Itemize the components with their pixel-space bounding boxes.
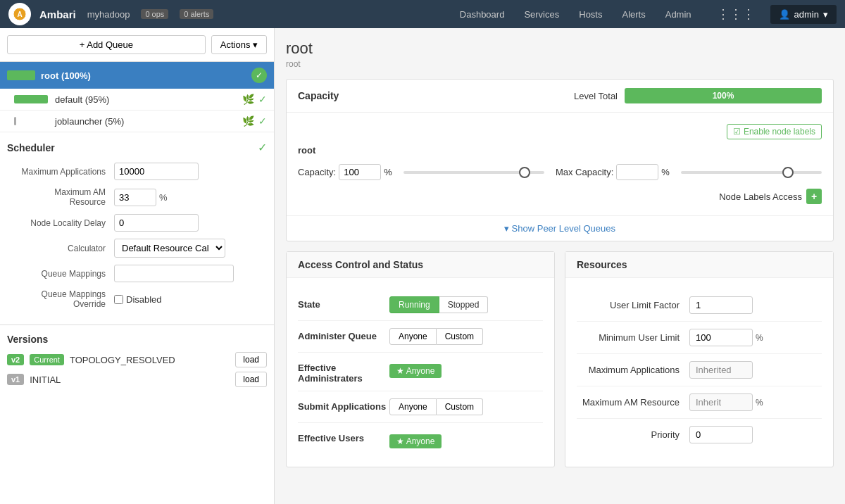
max-applications-input[interactable] xyxy=(114,163,199,180)
version-row-v1: v1 INITIAL load xyxy=(7,372,267,387)
queue-mappings-override-checkbox-label[interactable]: Disabled xyxy=(114,294,162,305)
queue-mappings-override-checkbox[interactable] xyxy=(114,295,123,304)
queue-mappings-input[interactable] xyxy=(114,265,234,282)
queue-label-default: default (95%) xyxy=(55,94,242,105)
check-icon-default: ✓ xyxy=(258,94,267,105)
enable-node-labels-check: ☑ xyxy=(733,127,741,137)
version-load-button-v1[interactable]: load xyxy=(235,372,267,387)
nav-services[interactable]: Services xyxy=(514,0,569,28)
max-applications-res-input[interactable] xyxy=(689,361,753,379)
resources-card: Resources User Limit Factor Minimum User… xyxy=(565,251,834,467)
version-badge-v1: v1 xyxy=(7,374,24,385)
effective-admin-tag: ★ Anyone xyxy=(389,364,442,378)
capacity-card: Capacity Level Total 100% ☑ Enable node … xyxy=(286,79,834,241)
show-peer-queues[interactable]: ▾ Show Peer Level Queues xyxy=(287,215,833,241)
scheduler-header: Scheduler ✓ xyxy=(7,141,267,154)
user-menu[interactable]: 👤 admin ▾ xyxy=(770,5,837,24)
alerts-badge[interactable]: 0 alerts xyxy=(180,9,213,19)
max-capacity-field: Max Capacity: % xyxy=(556,164,670,180)
submit-anyone-button[interactable]: Anyone xyxy=(389,398,437,415)
node-locality-label: Node Locality Delay xyxy=(7,218,106,228)
queue-mappings-group: Queue Mappings xyxy=(7,265,267,282)
administer-custom-button[interactable]: Custom xyxy=(437,328,483,345)
leaf-icon-joblauncher: 🌿 xyxy=(242,115,254,127)
queue-mappings-label: Queue Mappings xyxy=(7,269,106,279)
node-locality-group: Node Locality Delay xyxy=(7,214,267,232)
max-am-resource-unit: % xyxy=(159,192,168,203)
cluster-name: myhadoop xyxy=(87,9,130,20)
access-control-card: Access Control and Status State Running … xyxy=(286,251,555,467)
max-capacity-slider-thumb[interactable] xyxy=(782,167,794,178)
user-icon: 👤 xyxy=(779,9,790,20)
ops-badge[interactable]: 0 ops xyxy=(141,9,168,19)
queue-icons-default: 🌿 ✓ xyxy=(242,94,267,105)
max-capacity-input[interactable] xyxy=(616,164,658,180)
queue-bar-joblauncher xyxy=(14,117,16,125)
top-nav: A Ambari myhadoop 0 ops 0 alerts Dashboa… xyxy=(0,0,845,28)
version-current-label: Current xyxy=(30,354,64,365)
max-capacity-unit: % xyxy=(661,167,670,177)
max-applications-res-row: Maximum Applications xyxy=(577,354,822,386)
check-icon-joblauncher: ✓ xyxy=(258,115,267,127)
max-applications-res-label: Maximum Applications xyxy=(577,365,689,375)
main-layout: + Add Queue Actions ▾ root (100%) ✓ defa… xyxy=(0,28,845,504)
actions-button[interactable]: Actions ▾ xyxy=(211,35,267,54)
user-limit-factor-wrap xyxy=(689,296,753,314)
queue-item-root[interactable]: root (100%) ✓ xyxy=(0,62,274,89)
breadcrumb: root xyxy=(286,59,834,69)
capacity-slider-thumb[interactable] xyxy=(519,167,530,178)
capacity-input[interactable] xyxy=(339,164,381,180)
grid-icon[interactable]: ⋮⋮⋮ xyxy=(710,6,762,22)
state-row: State Running Stopped xyxy=(298,289,543,321)
version-row-v2: v2 Current TOPOLOGY_RESOLVED load xyxy=(7,352,267,367)
state-running-button[interactable]: Running xyxy=(389,296,439,313)
user-limit-factor-row: User Limit Factor xyxy=(577,289,822,322)
min-user-limit-row: Minimum User Limit % xyxy=(577,322,822,354)
capacity-slider[interactable] xyxy=(403,165,544,179)
capacity-slider-track xyxy=(403,171,544,174)
node-labels-access-add-button[interactable]: + xyxy=(806,189,822,204)
min-user-limit-input[interactable] xyxy=(689,329,753,346)
app-logo: A xyxy=(8,3,31,25)
min-user-limit-label: Minimum User Limit xyxy=(577,332,689,343)
queue-mappings-override-group: Queue MappingsOverride Disabled xyxy=(7,289,267,309)
nav-hosts[interactable]: Hosts xyxy=(569,0,612,28)
level-total-label: Level Total xyxy=(574,91,618,101)
nav-dashboard[interactable]: Dashboard xyxy=(450,0,515,28)
nav-admin[interactable]: Admin xyxy=(656,0,701,28)
max-applications-label: Maximum Applications xyxy=(7,167,106,177)
max-am-resource-res-input[interactable] xyxy=(689,393,753,411)
queue-label-joblauncher: joblauncher (5%) xyxy=(55,116,242,127)
state-stopped-button[interactable]: Stopped xyxy=(439,296,489,313)
priority-input[interactable] xyxy=(689,426,753,443)
level-total-value: 100% xyxy=(713,91,734,101)
node-locality-input[interactable] xyxy=(114,214,199,232)
user-limit-factor-input[interactable] xyxy=(689,296,753,314)
enable-node-labels-wrap: ☑ Enable node labels xyxy=(298,124,822,139)
add-queue-button[interactable]: + Add Queue xyxy=(7,35,206,54)
enable-node-labels-button[interactable]: ☑ Enable node labels xyxy=(727,124,822,139)
version-load-button-v2[interactable]: load xyxy=(235,352,267,367)
administer-anyone-button[interactable]: Anyone xyxy=(389,328,437,345)
max-capacity-slider[interactable] xyxy=(681,165,822,179)
max-am-resource-group: Maximum AMResource % xyxy=(7,187,267,207)
administer-content: Anyone Custom xyxy=(389,328,543,345)
nav-alerts[interactable]: Alerts xyxy=(612,0,655,28)
capacity-field-label: Capacity: xyxy=(298,167,336,177)
submit-custom-button[interactable]: Custom xyxy=(437,398,483,415)
effective-admin-row: Effective Administraters ★ Anyone xyxy=(298,353,543,391)
max-am-resource-input[interactable] xyxy=(114,189,156,206)
svg-text:A: A xyxy=(17,11,22,18)
max-am-resource-res-label: Maximum AM Resource xyxy=(577,397,689,408)
submit-row: Submit Applications Anyone Custom xyxy=(298,391,543,423)
queue-mappings-override-text: Disabled xyxy=(126,294,162,305)
queue-icons-joblauncher: 🌿 ✓ xyxy=(242,115,267,127)
queue-item-joblauncher[interactable]: joblauncher (5%) 🌿 ✓ xyxy=(0,111,274,132)
min-user-limit-wrap: % xyxy=(689,329,763,346)
calculator-select[interactable]: Default Resource Cal xyxy=(114,239,225,258)
max-am-resource-res-wrap: % xyxy=(689,393,763,411)
priority-row: Priority xyxy=(577,419,822,451)
node-labels-access: Node Labels Access + xyxy=(298,189,822,204)
queue-item-default[interactable]: default (95%) 🌿 ✓ xyxy=(0,89,274,111)
versions-title: Versions xyxy=(7,334,267,345)
